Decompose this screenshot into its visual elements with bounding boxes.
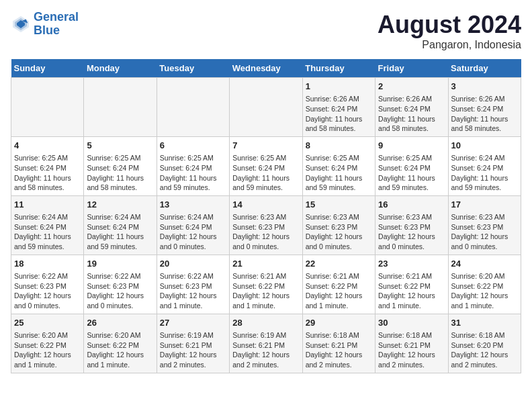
day-of-week-header: Friday xyxy=(375,59,448,78)
calendar-cell: 26Sunrise: 6:20 AM Sunset: 6:22 PM Dayli… xyxy=(84,314,157,373)
page-header: General Blue August 2024 Pangaron, Indon… xyxy=(11,11,521,51)
calendar-table: SundayMondayTuesdayWednesdayThursdayFrid… xyxy=(11,59,521,373)
day-number: 2 xyxy=(378,81,445,93)
day-info: Sunrise: 6:19 AM Sunset: 6:21 PM Dayligh… xyxy=(160,330,226,370)
day-info: Sunrise: 6:20 AM Sunset: 6:22 PM Dayligh… xyxy=(14,330,81,370)
day-number: 30 xyxy=(378,317,445,329)
logo-text: General Blue xyxy=(34,11,79,38)
calendar-cell: 21Sunrise: 6:21 AM Sunset: 6:22 PM Dayli… xyxy=(230,255,302,314)
calendar-cell xyxy=(157,78,229,137)
day-info: Sunrise: 6:22 AM Sunset: 6:23 PM Dayligh… xyxy=(160,271,226,311)
calendar-cell: 2Sunrise: 6:26 AM Sunset: 6:24 PM Daylig… xyxy=(375,78,448,137)
calendar-cell xyxy=(230,78,302,137)
day-info: Sunrise: 6:24 AM Sunset: 6:24 PM Dayligh… xyxy=(87,212,153,252)
day-info: Sunrise: 6:24 AM Sunset: 6:24 PM Dayligh… xyxy=(14,212,81,252)
day-number: 4 xyxy=(14,140,81,152)
calendar-cell: 24Sunrise: 6:20 AM Sunset: 6:22 PM Dayli… xyxy=(448,255,521,314)
day-number: 10 xyxy=(451,140,518,152)
day-number: 6 xyxy=(160,140,226,152)
calendar-cell: 14Sunrise: 6:23 AM Sunset: 6:23 PM Dayli… xyxy=(230,195,302,255)
day-info: Sunrise: 6:20 AM Sunset: 6:22 PM Dayligh… xyxy=(451,271,518,311)
day-info: Sunrise: 6:25 AM Sunset: 6:24 PM Dayligh… xyxy=(378,153,445,193)
day-number: 12 xyxy=(87,199,153,211)
day-number: 21 xyxy=(232,258,299,270)
calendar-cell: 13Sunrise: 6:24 AM Sunset: 6:24 PM Dayli… xyxy=(157,195,229,255)
day-info: Sunrise: 6:20 AM Sunset: 6:22 PM Dayligh… xyxy=(87,330,153,370)
day-number: 27 xyxy=(160,317,226,329)
day-number: 31 xyxy=(451,317,518,329)
calendar-cell: 19Sunrise: 6:22 AM Sunset: 6:23 PM Dayli… xyxy=(84,255,157,314)
day-number: 28 xyxy=(232,317,299,329)
day-number: 24 xyxy=(451,258,518,270)
day-number: 7 xyxy=(232,140,299,152)
day-info: Sunrise: 6:21 AM Sunset: 6:22 PM Dayligh… xyxy=(306,271,372,311)
day-info: Sunrise: 6:25 AM Sunset: 6:24 PM Dayligh… xyxy=(14,153,81,193)
calendar-cell: 5Sunrise: 6:25 AM Sunset: 6:24 PM Daylig… xyxy=(84,136,157,195)
day-number: 11 xyxy=(14,199,81,211)
day-number: 17 xyxy=(451,199,518,211)
calendar-cell xyxy=(11,78,84,137)
calendar-cell: 3Sunrise: 6:26 AM Sunset: 6:24 PM Daylig… xyxy=(448,78,521,137)
day-number: 9 xyxy=(378,140,445,152)
day-info: Sunrise: 6:23 AM Sunset: 6:23 PM Dayligh… xyxy=(232,212,299,252)
day-number: 20 xyxy=(160,258,226,270)
day-info: Sunrise: 6:24 AM Sunset: 6:24 PM Dayligh… xyxy=(451,153,518,193)
title-block: August 2024 Pangaron, Indonesia xyxy=(378,11,521,51)
day-info: Sunrise: 6:23 AM Sunset: 6:23 PM Dayligh… xyxy=(451,212,518,252)
calendar-cell: 4Sunrise: 6:25 AM Sunset: 6:24 PM Daylig… xyxy=(11,136,84,195)
logo-icon xyxy=(11,14,31,34)
day-of-week-header: Sunday xyxy=(11,59,84,78)
day-of-week-header: Saturday xyxy=(448,59,521,78)
day-info: Sunrise: 6:24 AM Sunset: 6:24 PM Dayligh… xyxy=(160,212,226,252)
day-info: Sunrise: 6:23 AM Sunset: 6:23 PM Dayligh… xyxy=(378,212,445,252)
day-info: Sunrise: 6:18 AM Sunset: 6:20 PM Dayligh… xyxy=(451,330,518,370)
calendar-cell: 10Sunrise: 6:24 AM Sunset: 6:24 PM Dayli… xyxy=(448,136,521,195)
day-info: Sunrise: 6:22 AM Sunset: 6:23 PM Dayligh… xyxy=(14,271,81,311)
logo: General Blue xyxy=(11,11,79,38)
day-info: Sunrise: 6:18 AM Sunset: 6:21 PM Dayligh… xyxy=(378,330,445,370)
day-number: 1 xyxy=(306,81,372,93)
page-title: August 2024 xyxy=(378,11,521,39)
calendar-cell: 28Sunrise: 6:19 AM Sunset: 6:21 PM Dayli… xyxy=(230,314,302,373)
calendar-cell: 23Sunrise: 6:21 AM Sunset: 6:22 PM Dayli… xyxy=(375,255,448,314)
day-info: Sunrise: 6:26 AM Sunset: 6:24 PM Dayligh… xyxy=(306,94,372,134)
day-info: Sunrise: 6:25 AM Sunset: 6:24 PM Dayligh… xyxy=(232,153,299,193)
day-info: Sunrise: 6:25 AM Sunset: 6:24 PM Dayligh… xyxy=(160,153,226,193)
day-number: 15 xyxy=(306,199,372,211)
calendar-cell: 20Sunrise: 6:22 AM Sunset: 6:23 PM Dayli… xyxy=(157,255,229,314)
day-info: Sunrise: 6:21 AM Sunset: 6:22 PM Dayligh… xyxy=(232,271,299,311)
calendar-cell: 16Sunrise: 6:23 AM Sunset: 6:23 PM Dayli… xyxy=(375,195,448,255)
calendar-cell: 25Sunrise: 6:20 AM Sunset: 6:22 PM Dayli… xyxy=(11,314,84,373)
calendar-cell: 6Sunrise: 6:25 AM Sunset: 6:24 PM Daylig… xyxy=(157,136,229,195)
calendar-cell: 31Sunrise: 6:18 AM Sunset: 6:20 PM Dayli… xyxy=(448,314,521,373)
day-number: 26 xyxy=(87,317,153,329)
calendar-cell: 30Sunrise: 6:18 AM Sunset: 6:21 PM Dayli… xyxy=(375,314,448,373)
calendar-cell: 9Sunrise: 6:25 AM Sunset: 6:24 PM Daylig… xyxy=(375,136,448,195)
calendar-cell: 12Sunrise: 6:24 AM Sunset: 6:24 PM Dayli… xyxy=(84,195,157,255)
day-number: 5 xyxy=(87,140,153,152)
day-info: Sunrise: 6:25 AM Sunset: 6:24 PM Dayligh… xyxy=(87,153,153,193)
calendar-cell: 1Sunrise: 6:26 AM Sunset: 6:24 PM Daylig… xyxy=(302,78,375,137)
calendar-cell: 18Sunrise: 6:22 AM Sunset: 6:23 PM Dayli… xyxy=(11,255,84,314)
day-number: 22 xyxy=(306,258,372,270)
calendar-cell: 7Sunrise: 6:25 AM Sunset: 6:24 PM Daylig… xyxy=(230,136,302,195)
calendar-cell: 8Sunrise: 6:25 AM Sunset: 6:24 PM Daylig… xyxy=(302,136,375,195)
day-number: 8 xyxy=(306,140,372,152)
day-info: Sunrise: 6:23 AM Sunset: 6:23 PM Dayligh… xyxy=(306,212,372,252)
day-number: 29 xyxy=(306,317,372,329)
day-number: 3 xyxy=(451,81,518,93)
day-info: Sunrise: 6:26 AM Sunset: 6:24 PM Dayligh… xyxy=(378,94,445,134)
day-number: 25 xyxy=(14,317,81,329)
calendar-header: SundayMondayTuesdayWednesdayThursdayFrid… xyxy=(11,59,521,78)
calendar-cell: 15Sunrise: 6:23 AM Sunset: 6:23 PM Dayli… xyxy=(302,195,375,255)
day-of-week-header: Wednesday xyxy=(230,59,302,78)
calendar-cell: 27Sunrise: 6:19 AM Sunset: 6:21 PM Dayli… xyxy=(157,314,229,373)
day-of-week-header: Tuesday xyxy=(157,59,229,78)
day-number: 19 xyxy=(87,258,153,270)
calendar-cell: 29Sunrise: 6:18 AM Sunset: 6:21 PM Dayli… xyxy=(302,314,375,373)
calendar-cell: 17Sunrise: 6:23 AM Sunset: 6:23 PM Dayli… xyxy=(448,195,521,255)
day-number: 14 xyxy=(232,199,299,211)
calendar-cell: 22Sunrise: 6:21 AM Sunset: 6:22 PM Dayli… xyxy=(302,255,375,314)
day-info: Sunrise: 6:21 AM Sunset: 6:22 PM Dayligh… xyxy=(378,271,445,311)
day-number: 23 xyxy=(378,258,445,270)
